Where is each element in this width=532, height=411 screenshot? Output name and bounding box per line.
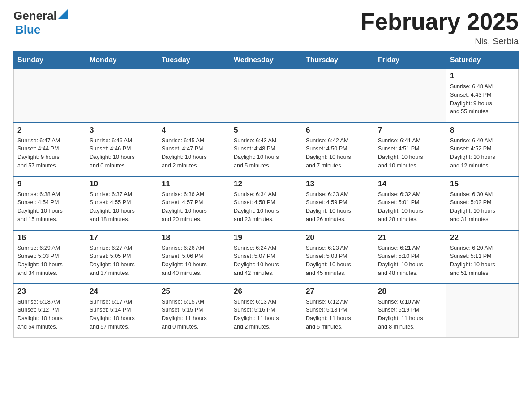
- day-info: Sunrise: 6:48 AM Sunset: 4:43 PM Dayligh…: [450, 82, 515, 116]
- day-number: 25: [162, 287, 226, 296]
- day-number: 16: [17, 233, 82, 242]
- day-number: 13: [306, 180, 370, 188]
- day-info: Sunrise: 6:26 AM Sunset: 5:06 PM Dayligh…: [162, 244, 226, 278]
- day-info: Sunrise: 6:29 AM Sunset: 5:03 PM Dayligh…: [17, 244, 82, 278]
- calendar-cell-w2-d3: 4Sunrise: 6:45 AM Sunset: 4:47 PM Daylig…: [158, 123, 230, 176]
- calendar-header-row: Sunday Monday Tuesday Wednesday Thursday…: [14, 51, 519, 69]
- calendar-location: Nis, Serbia: [360, 36, 519, 47]
- day-number: 17: [90, 233, 154, 242]
- day-info: Sunrise: 6:23 AM Sunset: 5:08 PM Dayligh…: [306, 244, 370, 278]
- calendar-cell-w1-d5: [302, 69, 374, 123]
- calendar-cell-w2-d4: 5Sunrise: 6:43 AM Sunset: 4:48 PM Daylig…: [230, 123, 302, 176]
- day-number: 18: [162, 233, 226, 242]
- calendar-week-1: 1Sunrise: 6:48 AM Sunset: 4:43 PM Daylig…: [14, 69, 519, 123]
- calendar-cell-w3-d2: 10Sunrise: 6:37 AM Sunset: 4:55 PM Dayli…: [86, 176, 158, 230]
- calendar-cell-w3-d1: 9Sunrise: 6:38 AM Sunset: 4:54 PM Daylig…: [14, 176, 86, 230]
- calendar-cell-w4-d7: 22Sunrise: 6:20 AM Sunset: 5:11 PM Dayli…: [446, 230, 519, 284]
- day-info: Sunrise: 6:12 AM Sunset: 5:18 PM Dayligh…: [306, 298, 370, 331]
- day-info: Sunrise: 6:40 AM Sunset: 4:52 PM Dayligh…: [450, 137, 515, 170]
- day-number: 22: [450, 233, 515, 242]
- calendar-cell-w1-d6: [374, 69, 446, 123]
- day-info: Sunrise: 6:21 AM Sunset: 5:10 PM Dayligh…: [378, 244, 442, 278]
- day-info: Sunrise: 6:33 AM Sunset: 4:59 PM Dayligh…: [306, 190, 370, 224]
- logo: General Blue: [13, 9, 68, 37]
- day-number: 7: [378, 126, 442, 135]
- calendar-cell-w5-d6: 28Sunrise: 6:10 AM Sunset: 5:19 PM Dayli…: [374, 284, 446, 338]
- day-number: 5: [234, 126, 298, 135]
- day-number: 3: [90, 126, 154, 135]
- calendar-cell-w1-d3: [158, 69, 230, 123]
- calendar-cell-w5-d3: 25Sunrise: 6:15 AM Sunset: 5:15 PM Dayli…: [158, 284, 230, 338]
- day-info: Sunrise: 6:15 AM Sunset: 5:15 PM Dayligh…: [162, 298, 226, 331]
- day-info: Sunrise: 6:27 AM Sunset: 5:05 PM Dayligh…: [90, 244, 154, 278]
- calendar-cell-w1-d4: [230, 69, 302, 123]
- day-number: 21: [378, 233, 442, 242]
- day-number: 1: [450, 72, 515, 81]
- day-info: Sunrise: 6:24 AM Sunset: 5:07 PM Dayligh…: [234, 244, 298, 278]
- calendar-cell-w5-d4: 26Sunrise: 6:13 AM Sunset: 5:16 PM Dayli…: [230, 284, 302, 338]
- header-wednesday: Wednesday: [230, 51, 302, 69]
- day-number: 20: [306, 233, 370, 242]
- calendar-cell-w3-d4: 12Sunrise: 6:34 AM Sunset: 4:58 PM Dayli…: [230, 176, 302, 230]
- calendar-cell-w2-d6: 7Sunrise: 6:41 AM Sunset: 4:51 PM Daylig…: [374, 123, 446, 176]
- day-info: Sunrise: 6:46 AM Sunset: 4:46 PM Dayligh…: [90, 137, 154, 170]
- day-number: 12: [234, 180, 298, 188]
- calendar-cell-w3-d6: 14Sunrise: 6:32 AM Sunset: 5:01 PM Dayli…: [374, 176, 446, 230]
- day-info: Sunrise: 6:10 AM Sunset: 5:19 PM Dayligh…: [378, 298, 442, 331]
- day-number: 24: [90, 287, 154, 296]
- header-monday: Monday: [86, 51, 158, 69]
- calendar-cell-w1-d1: [14, 69, 86, 123]
- day-info: Sunrise: 6:41 AM Sunset: 4:51 PM Dayligh…: [378, 137, 442, 170]
- calendar-cell-w5-d7: [446, 284, 519, 338]
- calendar-cell-w4-d1: 16Sunrise: 6:29 AM Sunset: 5:03 PM Dayli…: [14, 230, 86, 284]
- calendar-week-5: 23Sunrise: 6:18 AM Sunset: 5:12 PM Dayli…: [14, 284, 519, 338]
- logo-icon: [58, 9, 68, 19]
- day-info: Sunrise: 6:36 AM Sunset: 4:57 PM Dayligh…: [162, 190, 226, 224]
- day-info: Sunrise: 6:43 AM Sunset: 4:48 PM Dayligh…: [234, 137, 298, 170]
- day-info: Sunrise: 6:20 AM Sunset: 5:11 PM Dayligh…: [450, 244, 515, 278]
- day-number: 15: [450, 180, 515, 188]
- page-header: General Blue February 2025 Nis, Serbia: [13, 9, 519, 47]
- calendar-week-4: 16Sunrise: 6:29 AM Sunset: 5:03 PM Dayli…: [14, 230, 519, 284]
- day-number: 27: [306, 287, 370, 296]
- logo-general-text: General: [13, 9, 57, 23]
- day-info: Sunrise: 6:18 AM Sunset: 5:12 PM Dayligh…: [17, 298, 82, 331]
- day-number: 28: [378, 287, 442, 296]
- day-number: 26: [234, 287, 298, 296]
- day-number: 9: [17, 180, 82, 188]
- calendar-table: Sunday Monday Tuesday Wednesday Thursday…: [13, 51, 519, 338]
- calendar-cell-w3-d5: 13Sunrise: 6:33 AM Sunset: 4:59 PM Dayli…: [302, 176, 374, 230]
- day-info: Sunrise: 6:30 AM Sunset: 5:02 PM Dayligh…: [450, 190, 515, 224]
- title-section: February 2025 Nis, Serbia: [360, 9, 519, 47]
- calendar-cell-w4-d2: 17Sunrise: 6:27 AM Sunset: 5:05 PM Dayli…: [86, 230, 158, 284]
- calendar-cell-w1-d2: [86, 69, 158, 123]
- calendar-cell-w4-d6: 21Sunrise: 6:21 AM Sunset: 5:10 PM Dayli…: [374, 230, 446, 284]
- calendar-cell-w5-d5: 27Sunrise: 6:12 AM Sunset: 5:18 PM Dayli…: [302, 284, 374, 338]
- day-number: 2: [17, 126, 82, 135]
- calendar-week-2: 2Sunrise: 6:47 AM Sunset: 4:44 PM Daylig…: [14, 123, 519, 176]
- day-number: 4: [162, 126, 226, 135]
- header-saturday: Saturday: [446, 51, 519, 69]
- svg-marker-0: [58, 9, 68, 19]
- day-number: 6: [306, 126, 370, 135]
- header-tuesday: Tuesday: [158, 51, 230, 69]
- day-info: Sunrise: 6:13 AM Sunset: 5:16 PM Dayligh…: [234, 298, 298, 331]
- day-number: 8: [450, 126, 515, 135]
- calendar-week-3: 9Sunrise: 6:38 AM Sunset: 4:54 PM Daylig…: [14, 176, 519, 230]
- header-thursday: Thursday: [302, 51, 374, 69]
- day-info: Sunrise: 6:38 AM Sunset: 4:54 PM Dayligh…: [17, 190, 82, 224]
- day-info: Sunrise: 6:32 AM Sunset: 5:01 PM Dayligh…: [378, 190, 442, 224]
- calendar-cell-w2-d2: 3Sunrise: 6:46 AM Sunset: 4:46 PM Daylig…: [86, 123, 158, 176]
- header-sunday: Sunday: [14, 51, 86, 69]
- logo-blue-text: Blue: [15, 23, 40, 37]
- calendar-cell-w1-d7: 1Sunrise: 6:48 AM Sunset: 4:43 PM Daylig…: [446, 69, 519, 123]
- calendar-cell-w4-d3: 18Sunrise: 6:26 AM Sunset: 5:06 PM Dayli…: [158, 230, 230, 284]
- day-number: 23: [17, 287, 82, 296]
- day-number: 19: [234, 233, 298, 242]
- calendar-cell-w5-d1: 23Sunrise: 6:18 AM Sunset: 5:12 PM Dayli…: [14, 284, 86, 338]
- day-info: Sunrise: 6:34 AM Sunset: 4:58 PM Dayligh…: [234, 190, 298, 224]
- day-info: Sunrise: 6:37 AM Sunset: 4:55 PM Dayligh…: [90, 190, 154, 224]
- day-number: 10: [90, 180, 154, 188]
- header-friday: Friday: [374, 51, 446, 69]
- day-info: Sunrise: 6:42 AM Sunset: 4:50 PM Dayligh…: [306, 137, 370, 170]
